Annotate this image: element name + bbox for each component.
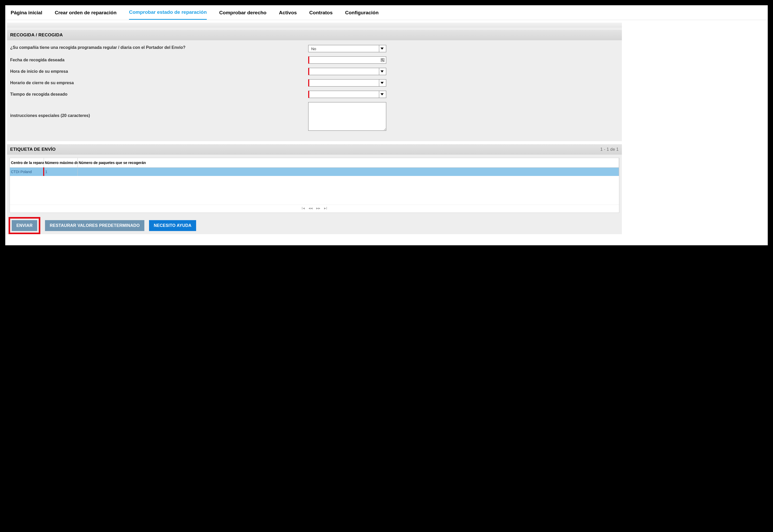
company-pickup-select[interactable]: No [308, 45, 386, 52]
shipping-label-count: 1 - 1 de 1 [600, 147, 619, 152]
table-pager: I◂ ◂◂ ▸▸ ▸I [10, 205, 619, 213]
company-pickup-value: No [310, 47, 316, 51]
open-time-select[interactable] [308, 68, 386, 75]
date-lookup-icon[interactable] [380, 58, 385, 62]
nav-home[interactable]: Página inicial [11, 6, 42, 19]
chevron-down-icon [379, 45, 385, 52]
restore-defaults-button[interactable]: RESTAURAR VALORES PREDETERMINADO [45, 220, 144, 231]
content-area: RECOGIDA / RECOGIDA ¿Su compañía tiene u… [5, 20, 768, 245]
special-instructions-label: instrucciones especiales (20 caracteres) [10, 102, 308, 118]
pickup-panel-title: RECOGIDA / RECOGIDA [10, 32, 63, 38]
shipping-label-panel: ETIQUETA DE ENVÍO 1 - 1 de 1 Centro de l… [7, 144, 622, 234]
chevron-down-icon [379, 80, 385, 86]
chevron-down-icon [379, 91, 385, 98]
pager-next-icon[interactable]: ▸▸ [316, 206, 320, 211]
desired-time-label: Tiempo de recogida deseado [10, 92, 308, 97]
chevron-down-icon [379, 68, 385, 75]
svg-line-2 [383, 60, 384, 61]
svg-point-1 [382, 59, 383, 61]
col-repair-center[interactable]: Centro de la repara [10, 158, 44, 168]
app-window: Página inicial Crear orden de reparación… [5, 5, 768, 245]
nav-check-status[interactable]: Comprobar estado de reparación [129, 5, 207, 20]
table-row[interactable]: CTDI Poland 1 [10, 168, 619, 176]
panel-spacer [7, 23, 622, 27]
action-button-row: ENVIAR RESTAURAR VALORES PREDETERMINADO … [7, 213, 622, 234]
pager-first-icon[interactable]: I◂ [302, 206, 305, 211]
open-time-label: Hora de inicio de su empresa [10, 69, 308, 74]
company-pickup-label: ¿Su compañía tiene una recogida programa… [10, 45, 308, 50]
pickup-panel-header: RECOGIDA / RECOGIDA [7, 30, 622, 40]
shipping-table: Centro de la repara Número máximo de Núm… [10, 158, 619, 176]
close-time-label: Horario de cierre de su empresa [10, 80, 308, 86]
nav-create-order[interactable]: Crear orden de reparación [55, 6, 116, 19]
shipping-label-title: ETIQUETA DE ENVÍO [10, 147, 56, 152]
special-instructions-input[interactable] [308, 102, 386, 131]
shipping-table-wrap: Centro de la repara Número máximo de Núm… [10, 158, 619, 213]
nav-config[interactable]: Configuración [345, 6, 379, 19]
pickup-panel: RECOGIDA / RECOGIDA ¿Su compañía tiene u… [7, 23, 622, 141]
cell-packages[interactable] [77, 168, 619, 176]
desired-time-select[interactable] [308, 91, 386, 98]
table-header-row: Centro de la repara Número máximo de Núm… [10, 158, 619, 168]
col-packages[interactable]: Número de paquetes que se recogerán [77, 158, 619, 168]
top-nav: Página inicial Crear orden de reparación… [5, 5, 768, 20]
close-time-select[interactable] [308, 79, 386, 87]
col-max-number[interactable]: Número máximo de [44, 158, 77, 168]
pager-last-icon[interactable]: ▸I [324, 206, 327, 211]
nav-assets[interactable]: Activos [279, 6, 297, 19]
pickup-panel-body: ¿Su compañía tiene una recogida programa… [7, 40, 622, 141]
send-button-highlight: ENVIAR [9, 217, 40, 234]
need-help-button[interactable]: NECESITO AYUDA [149, 220, 196, 231]
cell-repair-center: CTDI Poland [10, 168, 44, 176]
shipping-label-header: ETIQUETA DE ENVÍO 1 - 1 de 1 [7, 144, 622, 155]
desired-date-label: Fecha de recogida deseada [10, 57, 308, 63]
nav-check-entitlement[interactable]: Comprobar derecho [219, 6, 267, 19]
desired-date-input[interactable] [308, 56, 386, 64]
send-button[interactable]: ENVIAR [12, 220, 37, 231]
pager-prev-icon[interactable]: ◂◂ [309, 206, 313, 211]
table-empty-area [10, 176, 619, 205]
cell-max-number[interactable]: 1 [44, 168, 77, 176]
shipping-label-body: Centro de la repara Número máximo de Núm… [7, 155, 622, 234]
nav-contracts[interactable]: Contratos [309, 6, 333, 19]
